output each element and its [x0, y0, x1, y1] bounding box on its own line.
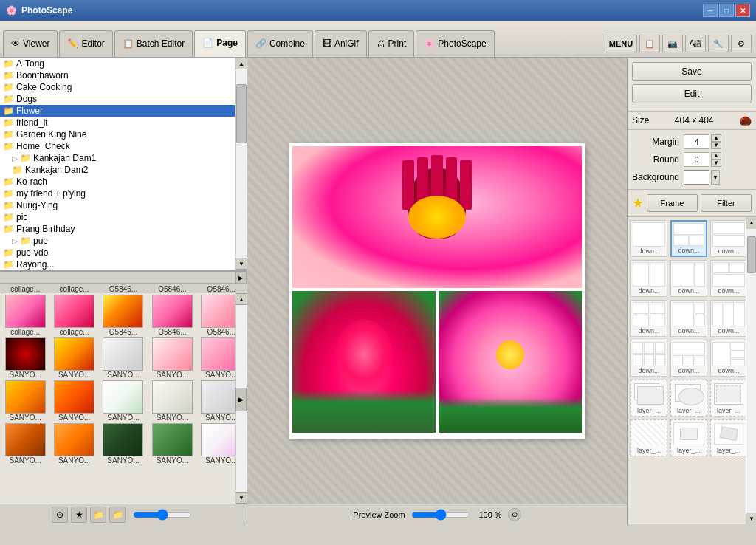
folder-home[interactable]: 📁 Home_Check: [0, 140, 247, 152]
thumb-item[interactable]: SANYO...: [50, 423, 97, 465]
layout-item-5[interactable]: down...: [670, 260, 707, 297]
layout-item-13[interactable]: layer_...: [630, 380, 667, 417]
folder-button[interactable]: 📁: [90, 507, 106, 523]
zoom-reset-button[interactable]: ⊙: [508, 508, 521, 521]
thumb-item[interactable]: collage...: [1, 295, 49, 336]
tab-page[interactable]: 📄 Page: [194, 30, 246, 57]
layouts-scroll-down[interactable]: ▼: [746, 513, 756, 524]
margin-up-button[interactable]: ▲: [711, 134, 721, 142]
layout-item-8[interactable]: down...: [670, 300, 707, 337]
folder-boonthaworn[interactable]: 📁 Boonthaworn: [0, 69, 247, 81]
round-input[interactable]: [684, 152, 709, 167]
folder-myfriend[interactable]: 📁 my friend + p'ying: [0, 188, 247, 199]
folder-tree[interactable]: 📁 A-Tong 📁 Boonthaworn 📁 Cake Cooking 📁 …: [0, 58, 247, 272]
thumb-item[interactable]: SANYO...: [1, 380, 49, 422]
thumb-item[interactable]: SANYO...: [1, 423, 49, 465]
maximize-button[interactable]: □: [719, 4, 734, 17]
minimize-button[interactable]: ─: [703, 4, 718, 17]
thumb-item[interactable]: SANYO...: [100, 380, 147, 422]
folder-prang[interactable]: 📁 Prang Birthday: [0, 223, 247, 235]
folder-atong[interactable]: 📁 A-Tong: [0, 58, 247, 69]
layout-item-10[interactable]: down...: [630, 340, 667, 377]
thumb-item[interactable]: SANYO...: [148, 337, 196, 379]
edit-button[interactable]: Edit: [632, 84, 752, 103]
layout-item-1[interactable]: down...: [630, 220, 667, 257]
thumb-item[interactable]: SANYO...: [148, 423, 196, 465]
thumb-item[interactable]: SANYO...: [100, 423, 147, 465]
layout-item-4[interactable]: down...: [630, 260, 667, 297]
folder-friend[interactable]: 📁 friend_it: [0, 117, 247, 128]
scroll-down-button[interactable]: ▼: [236, 258, 247, 270]
scroll-thumb[interactable]: [236, 84, 247, 143]
tab-combine[interactable]: 🔗 Combine: [247, 30, 313, 57]
tools-button[interactable]: 🔧: [708, 35, 729, 52]
tab-batch[interactable]: 📋 Batch Editor: [114, 30, 193, 57]
tab-print[interactable]: 🖨 Print: [368, 30, 415, 57]
save-button[interactable]: Save: [632, 62, 752, 81]
folder-dogs[interactable]: 📁 Dogs: [0, 93, 247, 105]
thumb-item[interactable]: SANYO...: [148, 380, 196, 422]
star-button[interactable]: ★: [71, 507, 87, 523]
folder-kankajan2[interactable]: 📁 Kankajan Dam2: [0, 164, 247, 176]
thumb-item[interactable]: SANYO...: [50, 337, 97, 379]
layout-item-14[interactable]: layer_...: [670, 380, 707, 417]
lang-button[interactable]: A語: [685, 35, 706, 52]
layout-item-3[interactable]: down...: [710, 220, 747, 257]
tab-anigif[interactable]: 🎞 AniGif: [315, 30, 367, 57]
thumb-item[interactable]: collage...: [50, 295, 97, 336]
layout-item-11[interactable]: down...: [670, 340, 707, 377]
layout-item-15[interactable]: layer_...: [710, 380, 747, 417]
close-button[interactable]: ✕: [735, 4, 750, 17]
rotate-button[interactable]: ⊙: [52, 507, 68, 523]
margin-down-button[interactable]: ▼: [711, 142, 721, 149]
layout-item-7[interactable]: down...: [630, 300, 667, 337]
folder-cake[interactable]: 📁 Cake Cooking: [0, 81, 247, 93]
folder2-button[interactable]: 📁: [109, 507, 126, 523]
thumb-scroll-down[interactable]: ▼: [236, 492, 247, 504]
layout-item-6[interactable]: down...: [710, 260, 747, 297]
tab-viewer[interactable]: 👁 Viewer: [3, 30, 58, 57]
thumb-expand-arrow[interactable]: ▶: [235, 388, 247, 411]
tree-scrollbar[interactable]: ▲ ▼: [235, 58, 247, 270]
expand-right-button[interactable]: ▶: [235, 272, 247, 284]
thumb-item[interactable]: SANYO...: [1, 337, 49, 379]
tab-editor[interactable]: ✏️ Editor: [59, 30, 112, 57]
layout-item-16[interactable]: layer_...: [630, 419, 667, 456]
folder-pic[interactable]: 📁 pic: [0, 211, 247, 223]
background-color-dropdown[interactable]: ▼: [711, 170, 720, 185]
layout-item-9[interactable]: down...: [710, 300, 747, 337]
scroll-up-button[interactable]: ▲: [236, 58, 247, 69]
thumb-item[interactable]: SANYO...: [100, 337, 147, 379]
layouts-scrollbar[interactable]: ▲ ▼: [746, 217, 756, 524]
layout-item-12[interactable]: down...: [710, 340, 747, 377]
layout-item-2[interactable]: down...: [670, 220, 707, 257]
thumb-item[interactable]: O5846...: [148, 295, 196, 336]
folder-garden[interactable]: 📁 Garden King Nine: [0, 128, 247, 140]
folder-korach[interactable]: 📁 Ko-rach: [0, 176, 247, 188]
settings-button[interactable]: ⚙: [731, 35, 752, 52]
round-up-button[interactable]: ▲: [711, 152, 721, 160]
layout-item-18[interactable]: layer_...: [710, 419, 747, 456]
thumb-item[interactable]: SANYO...: [50, 380, 97, 422]
copy-button[interactable]: 📋: [639, 35, 660, 52]
folder-flower[interactable]: 📁 Flower: [0, 105, 247, 117]
tab-photoscapelink[interactable]: 🌸 PhotoScape: [416, 30, 494, 57]
zoom-slider[interactable]: [133, 509, 192, 521]
filter-button[interactable]: Filter: [701, 194, 752, 212]
round-down-button[interactable]: ▼: [711, 160, 721, 167]
folder-nurig[interactable]: 📁 Nurig-Ying: [0, 199, 247, 211]
folder-pue[interactable]: ▷ 📁 pue: [0, 235, 247, 247]
thumb-item[interactable]: O5846...: [100, 295, 147, 336]
frame-button[interactable]: Frame: [647, 194, 698, 212]
camera-button[interactable]: 📷: [662, 35, 683, 52]
background-color-swatch[interactable]: [684, 170, 709, 185]
folder-puevdo[interactable]: 📁 pue-vdo: [0, 247, 247, 258]
menu-button[interactable]: MENU: [605, 35, 637, 52]
folder-kankajan1[interactable]: ▷ 📁 Kankajan Dam1: [0, 152, 247, 164]
layouts-scroll-up[interactable]: ▲: [746, 217, 756, 229]
margin-input[interactable]: [684, 134, 709, 149]
preview-zoom-slider[interactable]: [411, 509, 470, 521]
layout-item-17[interactable]: layer_...: [670, 419, 707, 456]
folder-rayong[interactable]: 📁 Rayong...: [0, 258, 247, 270]
thumb-scroll-up[interactable]: ▲: [236, 293, 247, 305]
